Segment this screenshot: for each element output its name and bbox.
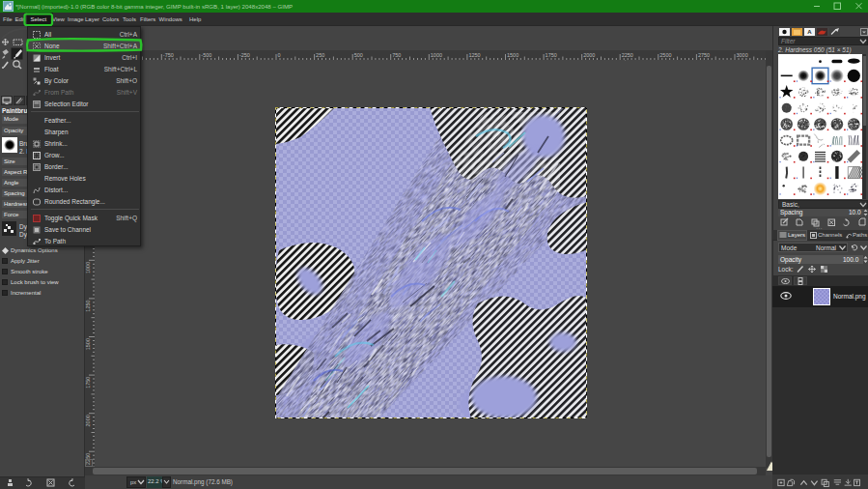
svg-text:0: 0 — [278, 52, 281, 58]
svg-text:500: 500 — [354, 52, 363, 58]
svg-text:2000: 2000 — [85, 415, 91, 426]
svg-text:-500: -500 — [201, 52, 211, 58]
svg-text:1750: 1750 — [85, 377, 91, 388]
svg-text:1500: 1500 — [507, 52, 518, 58]
svg-text:1250: 1250 — [85, 300, 91, 311]
svg-text:3000: 3000 — [737, 52, 748, 58]
svg-text:750: 750 — [392, 52, 401, 58]
svg-text:250: 250 — [316, 52, 324, 58]
svg-text:1750: 1750 — [546, 52, 557, 58]
svg-text:2000: 2000 — [583, 52, 595, 58]
svg-text:2500: 2500 — [659, 52, 671, 58]
svg-text:1000: 1000 — [85, 262, 91, 273]
svg-text:1500: 1500 — [85, 338, 91, 350]
svg-text:-250: -250 — [239, 52, 250, 58]
svg-text:2250: 2250 — [622, 52, 633, 58]
svg-text:-750: -750 — [163, 52, 174, 58]
svg-text:1250: 1250 — [468, 52, 480, 58]
svg-text:2750: 2750 — [698, 52, 710, 58]
svg-text:1000: 1000 — [431, 52, 442, 58]
